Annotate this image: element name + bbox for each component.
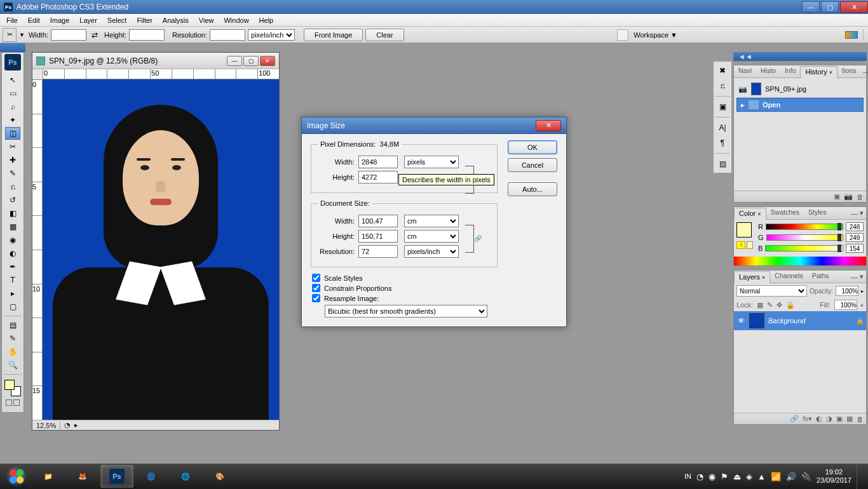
path-select-tool[interactable]: ▸ <box>5 287 20 300</box>
tab-actions[interactable]: tions <box>837 65 860 77</box>
tray-volume-icon[interactable]: 🔊 <box>786 472 796 481</box>
layer-name[interactable]: Background <box>768 317 852 325</box>
tab-histogram[interactable]: Histo <box>756 65 780 77</box>
width-input[interactable] <box>51 29 86 41</box>
crop-tool-icon[interactable]: ✂ <box>3 28 17 42</box>
notes-tool[interactable]: ▤ <box>5 319 20 332</box>
fill-arrow-icon[interactable]: ▸ <box>861 302 864 308</box>
dialog-titlebar[interactable]: Image Size ✕ <box>302 117 566 134</box>
panel-collapse-icon[interactable]: — <box>851 210 858 217</box>
b-value-input[interactable] <box>846 244 864 253</box>
clone-panel-icon[interactable]: ⎌ <box>715 79 730 92</box>
doc-maximize-button[interactable]: ▢ <box>243 56 259 66</box>
tab-layers[interactable]: Layers× <box>734 271 770 283</box>
tray-usb-icon[interactable]: ⏏ <box>733 472 741 481</box>
workspace-menu[interactable]: Workspace ▼ <box>617 29 677 41</box>
menu-file[interactable]: File <box>1 15 23 25</box>
menu-edit[interactable]: Edit <box>23 15 45 25</box>
tab-channels[interactable]: Channels <box>770 271 807 283</box>
scale-styles-checkbox[interactable] <box>312 274 320 282</box>
g-slider[interactable] <box>766 234 843 241</box>
resample-checkbox[interactable] <box>312 294 320 302</box>
front-image-button[interactable]: Front Image <box>304 29 363 41</box>
tray-power-icon[interactable]: 🔌 <box>801 472 811 481</box>
stamp-tool[interactable]: ⎌ <box>5 180 20 193</box>
layer-style-icon[interactable]: fx▾ <box>803 415 812 423</box>
menu-image[interactable]: Image <box>45 15 75 25</box>
crop-tool[interactable]: ◫ <box>5 127 20 140</box>
blur-tool[interactable]: ◉ <box>5 234 20 246</box>
doc-res-input[interactable] <box>358 245 398 258</box>
history-brush-tool[interactable]: ↺ <box>5 194 20 206</box>
app-task-icon[interactable]: 🌀 <box>135 465 168 488</box>
dialog-close-button[interactable]: ✕ <box>536 120 561 131</box>
heal-tool[interactable]: ✚ <box>5 154 20 166</box>
delete-layer-icon[interactable]: 🗑 <box>857 415 864 423</box>
lock-position-icon[interactable]: ✥ <box>776 301 782 309</box>
language-indicator[interactable]: IN <box>684 472 691 480</box>
swap-dimensions-icon[interactable]: ⇄ <box>89 30 100 39</box>
menu-analysis[interactable]: Analysis <box>158 15 194 25</box>
tray-expand-icon[interactable]: ▲ <box>757 472 766 481</box>
doc-minimize-button[interactable]: — <box>227 56 242 66</box>
resolution-input[interactable] <box>210 29 245 41</box>
menu-filter[interactable]: Filter <box>132 15 157 25</box>
show-desktop-button[interactable] <box>857 464 863 489</box>
lock-all-icon[interactable]: 🔒 <box>786 301 795 309</box>
layer-mask-icon[interactable]: ◐ <box>816 415 822 423</box>
doc-close-button[interactable]: ✕ <box>260 56 275 66</box>
eraser-tool[interactable]: ◧ <box>5 207 20 220</box>
tray-action-center-icon[interactable]: ⚑ <box>721 472 728 481</box>
character-panel-icon[interactable]: A| <box>715 121 730 134</box>
system-clock[interactable]: 19:02 23/09/2017 <box>817 468 851 485</box>
history-snapshot[interactable]: 📷 SPN_09+.jpg <box>736 81 864 98</box>
history-item-open[interactable]: ▸ Open <box>736 98 864 112</box>
move-tool[interactable]: ↖ <box>5 74 20 86</box>
safe-color-swatch[interactable] <box>747 241 753 249</box>
auto-button[interactable]: Auto... <box>508 182 557 196</box>
trash-icon[interactable]: 🗑 <box>857 193 864 201</box>
tab-info[interactable]: Info <box>780 65 801 77</box>
screen-mode-icons[interactable] <box>4 399 21 411</box>
b-slider[interactable] <box>765 245 843 251</box>
tray-nvidia-icon[interactable]: ◈ <box>746 472 752 481</box>
pen-tool[interactable]: ✒ <box>5 260 20 273</box>
panel-menu-icon[interactable]: ▾ <box>860 209 864 217</box>
doc-width-unit-select[interactable]: cm <box>404 215 459 227</box>
r-slider[interactable] <box>766 224 843 230</box>
lasso-tool[interactable]: ⌕ <box>5 100 20 113</box>
constrain-checkbox[interactable] <box>312 284 320 292</box>
marquee-tool[interactable]: ▭ <box>5 87 20 100</box>
visibility-icon[interactable]: 👁 <box>736 316 745 325</box>
brushes-panel-icon[interactable]: ✖ <box>715 64 730 77</box>
px-height-input[interactable] <box>358 171 398 184</box>
tab-styles[interactable]: Styles <box>804 207 831 219</box>
cancel-button[interactable]: Cancel <box>508 158 557 172</box>
opacity-arrow-icon[interactable]: ▸ <box>861 288 864 294</box>
clear-button[interactable]: Clear <box>365 29 403 41</box>
panel-collapse-icon[interactable]: — <box>863 68 868 76</box>
panel-collapse-icon[interactable]: — <box>851 273 858 281</box>
tray-network-icon[interactable]: 📶 <box>771 472 781 481</box>
new-doc-icon[interactable]: ▣ <box>834 192 840 201</box>
menu-window[interactable]: Window <box>219 15 254 25</box>
dodge-tool[interactable]: ◐ <box>5 247 20 260</box>
doc-width-input[interactable] <box>358 215 398 227</box>
canvas[interactable] <box>43 79 279 420</box>
tool-presets-icon[interactable]: ▣ <box>715 100 730 113</box>
menu-select[interactable]: Select <box>102 15 132 25</box>
slice-tool[interactable]: ✂ <box>5 140 20 153</box>
r-value-input[interactable] <box>846 222 864 231</box>
paint-task-icon[interactable]: 🎨 <box>203 465 236 488</box>
menu-layer[interactable]: Layer <box>74 15 102 25</box>
firefox-task-icon[interactable]: 🦊 <box>66 465 99 488</box>
foreground-color-swatch[interactable] <box>4 380 15 390</box>
paragraph-panel-icon[interactable]: ¶ <box>715 137 730 149</box>
color-swatch[interactable] <box>4 380 21 396</box>
wand-tool[interactable]: ✦ <box>5 114 20 126</box>
link-layers-icon[interactable]: 🔗 <box>790 415 799 423</box>
tray-icon-2[interactable]: ◉ <box>709 472 715 481</box>
tab-color[interactable]: Color× <box>734 208 766 220</box>
tab-swatches[interactable]: Swatches <box>766 207 804 219</box>
brush-tool[interactable]: ✎ <box>5 167 20 180</box>
